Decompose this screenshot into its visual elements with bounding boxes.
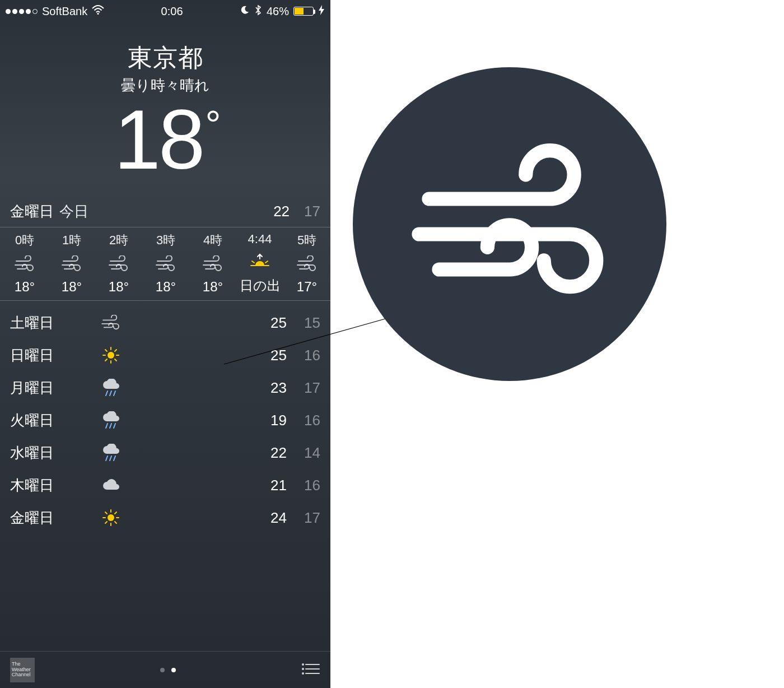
sun-icon [94, 509, 128, 527]
page-indicator[interactable] [160, 668, 176, 672]
svg-line-28 [105, 512, 107, 514]
today-high: 22 [273, 203, 290, 220]
hour-label: 2時 [109, 232, 128, 249]
day-high: 21 [253, 477, 287, 494]
daily-forecast[interactable]: 土曜日 25 15 日曜日 25 16 月曜日 23 17 火曜日 19 16 [0, 301, 330, 651]
day-high: 25 [253, 347, 287, 364]
day-high: 23 [253, 379, 287, 397]
hour-col: 3時 18° [142, 232, 189, 295]
locations-list-button[interactable] [301, 662, 320, 678]
svg-line-17 [106, 424, 108, 428]
day-high: 25 [253, 314, 287, 332]
svg-line-16 [114, 391, 115, 396]
weather-channel-attribution[interactable]: The Weather Channel [10, 658, 35, 682]
hour-col: 0時 18° [0, 232, 48, 295]
daily-row: 水曜日 22 14 [10, 436, 320, 469]
wind-icon [108, 255, 130, 272]
hour-temp: 18° [15, 279, 35, 295]
rain-icon [94, 411, 128, 429]
wifi-icon [92, 5, 104, 18]
status-bar: SoftBank 0:06 46% [0, 0, 330, 19]
page-dot-active [171, 668, 176, 672]
rain-icon [94, 444, 128, 462]
day-name: 土曜日 [10, 313, 94, 333]
svg-point-5 [108, 352, 114, 359]
today-label: 今日 [59, 202, 88, 221]
temp-value: 18 [114, 92, 203, 187]
day-low: 17 [287, 379, 320, 397]
svg-line-13 [115, 350, 116, 351]
day-low: 16 [287, 347, 320, 364]
cloud-icon [94, 478, 128, 492]
charging-icon [318, 5, 325, 18]
hour-label: 4:44 [248, 232, 272, 247]
hour-label: 4時 [203, 232, 222, 249]
svg-line-19 [114, 424, 115, 428]
svg-line-12 [105, 359, 107, 361]
daily-row: 日曜日 25 16 [10, 339, 320, 371]
footer-bar: The Weather Channel [0, 651, 330, 688]
day-name: 金曜日 [10, 508, 94, 528]
svg-line-30 [105, 522, 107, 523]
wind-icon [409, 140, 610, 308]
svg-point-0 [97, 12, 99, 14]
attribution-line: Channel [12, 672, 31, 677]
svg-point-35 [302, 663, 304, 666]
rain-icon [94, 379, 128, 397]
wind-icon [296, 255, 318, 272]
current-temperature: 18° [0, 97, 330, 182]
day-name: 日曜日 [10, 346, 94, 365]
day-name: 水曜日 [10, 443, 94, 463]
today-low: 17 [304, 203, 320, 220]
daily-row: 火曜日 19 16 [10, 404, 320, 436]
svg-line-11 [115, 359, 116, 361]
weather-app-screen: SoftBank 0:06 46% 東京都 曇り時々晴れ 18 [0, 0, 330, 688]
current-weather: 東京都 曇り時々晴れ 18° [0, 19, 330, 198]
today-dayname: 金曜日 [10, 202, 54, 221]
hour-temp: 18° [203, 279, 223, 295]
svg-line-31 [115, 512, 116, 514]
signal-strength-icon [6, 9, 38, 14]
svg-line-14 [106, 391, 108, 396]
hour-label: 5時 [297, 232, 316, 249]
svg-line-20 [106, 456, 108, 461]
day-name: 火曜日 [10, 411, 94, 430]
svg-point-37 [302, 672, 304, 675]
hour-label: 3時 [156, 232, 175, 249]
wind-icon [155, 255, 177, 272]
day-name: 木曜日 [10, 476, 94, 495]
icon-callout [353, 67, 666, 381]
daily-row: 木曜日 21 16 [10, 469, 320, 501]
day-low: 17 [287, 509, 320, 527]
hour-col: 4:44 日の出 [236, 232, 283, 295]
hourly-forecast[interactable]: 0時 18° 1時 18° 2時 18° 3時 18° 4時 18° 4:44 … [0, 227, 330, 301]
hour-temp: 17° [297, 279, 317, 295]
callout-circle [353, 67, 666, 381]
day-high: 24 [253, 509, 287, 527]
hour-temp: 18° [156, 279, 176, 295]
day-high: 22 [253, 444, 287, 462]
daily-row: 土曜日 25 15 [10, 306, 320, 339]
status-time: 0:06 [161, 5, 183, 18]
sunrise-icon [249, 253, 271, 270]
battery-icon [293, 7, 314, 16]
do-not-disturb-icon [240, 5, 250, 18]
svg-line-4 [265, 261, 268, 263]
daily-row: 金曜日 24 17 [10, 501, 320, 534]
page-dot [160, 668, 165, 672]
day-low: 15 [287, 314, 320, 332]
svg-line-29 [115, 522, 116, 523]
bluetooth-icon [254, 4, 262, 18]
wind-icon [60, 255, 83, 272]
carrier-label: SoftBank [42, 5, 87, 18]
svg-line-21 [110, 456, 111, 461]
hour-col: 1時 18° [48, 232, 95, 295]
daily-row: 月曜日 23 17 [10, 371, 320, 404]
day-low: 16 [287, 477, 320, 494]
svg-line-18 [110, 424, 111, 428]
hour-temp: 日の出 [240, 277, 281, 295]
battery-percent-label: 46% [267, 5, 289, 18]
day-high: 19 [253, 412, 287, 429]
svg-line-22 [114, 456, 115, 461]
wind-icon [94, 315, 128, 331]
